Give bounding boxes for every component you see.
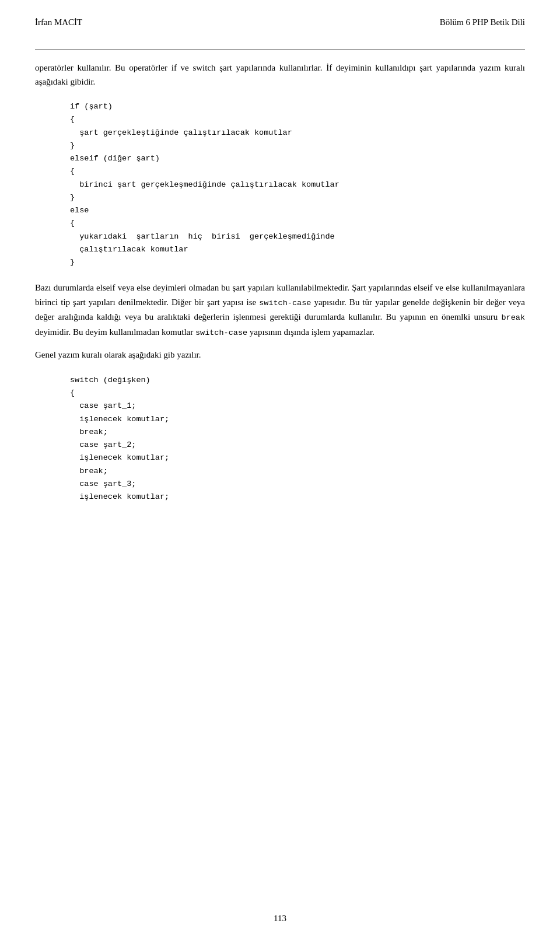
- page-number: 113: [274, 914, 286, 923]
- author-name: İrfan MACİT: [35, 18, 82, 27]
- chapter-title: Bölüm 6 PHP Betik Dili: [440, 18, 525, 27]
- page-header: İrfan MACİT Bölüm 6 PHP Betik Dili: [35, 18, 525, 32]
- body-paragraph-1: Bazı durumlarda elseif veya else deyimle…: [35, 281, 525, 340]
- intro-paragraph: operatörler kullanılır. Bu operatörler i…: [35, 61, 525, 89]
- if-elseif-else-code: if (şart) { şart gerçekleştiğinde çalışt…: [70, 100, 525, 269]
- inline-code-break: break: [501, 313, 525, 322]
- header-divider: [35, 50, 525, 50]
- body-paragraph-2: Genel yazım kuralı olarak aşağıdaki gib …: [35, 348, 525, 362]
- inline-code-switch-case-2: switch-case: [195, 328, 247, 337]
- switch-code: switch (değişken) { case şart_1; işlenec…: [70, 374, 525, 504]
- page: İrfan MACİT Bölüm 6 PHP Betik Dili opera…: [0, 0, 560, 941]
- inline-code-switch-case: switch-case: [259, 299, 311, 307]
